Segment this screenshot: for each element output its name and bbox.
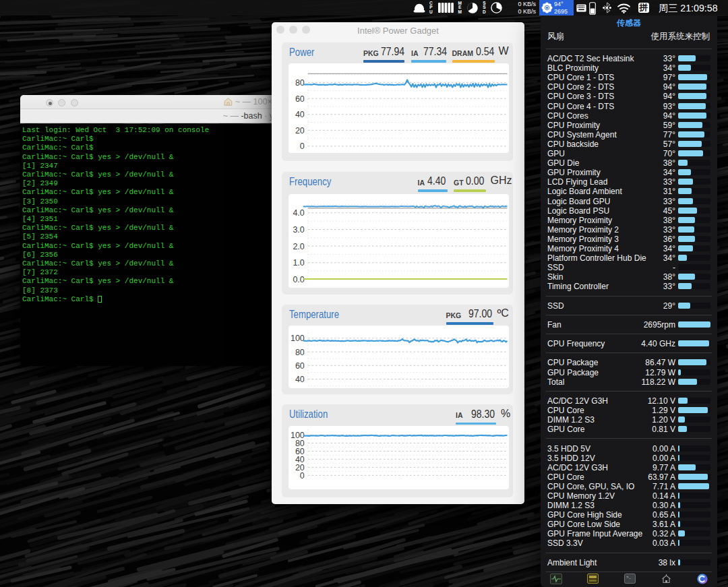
- svg-text:0.0: 0.0: [293, 275, 304, 284]
- svg-text:40: 40: [295, 375, 305, 384]
- svg-text:1.0: 1.0: [293, 258, 304, 268]
- svg-text:20: 20: [295, 462, 305, 472]
- svg-text:80: 80: [295, 347, 305, 357]
- svg-text:60: 60: [295, 94, 305, 104]
- svg-text:60: 60: [295, 446, 305, 456]
- svg-text:>_: >_: [626, 575, 632, 580]
- svg-text:100: 100: [291, 334, 305, 343]
- svg-text:4.0: 4.0: [293, 208, 304, 218]
- svg-text:60: 60: [295, 361, 305, 370]
- svg-text:0: 0: [300, 470, 305, 480]
- svg-text:2.0: 2.0: [293, 241, 304, 251]
- svg-text:0: 0: [300, 142, 305, 152]
- svg-text:80: 80: [295, 78, 305, 88]
- svg-text:100: 100: [291, 430, 305, 439]
- svg-text:20: 20: [295, 126, 305, 135]
- svg-text:40: 40: [295, 110, 305, 119]
- svg-text:80: 80: [295, 438, 305, 447]
- svg-text:3.0: 3.0: [293, 225, 304, 235]
